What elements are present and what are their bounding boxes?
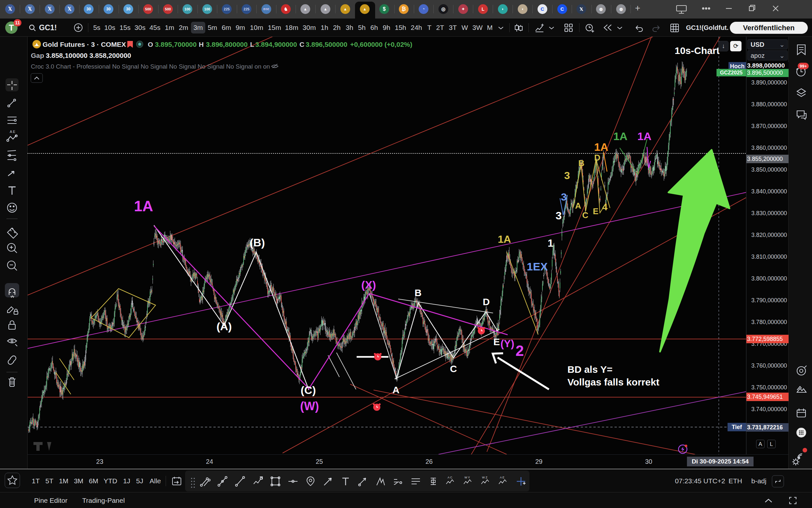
svg-text:A C: A C bbox=[447, 476, 452, 479]
svg-text:(A): (A) bbox=[216, 320, 232, 333]
svg-text:BD als Y=: BD als Y= bbox=[567, 364, 613, 375]
svg-text:A E: A E bbox=[10, 130, 15, 134]
svg-text:C: C bbox=[299, 41, 304, 48]
svg-text:1A: 1A bbox=[498, 234, 511, 245]
svg-text:3: 3 bbox=[564, 170, 570, 181]
svg-text:H: H bbox=[199, 41, 204, 48]
svg-text:Croc 3.0 Chart - Professional: Croc 3.0 Chart - Professional No Signal … bbox=[31, 63, 270, 70]
svg-text:3.896,500000: 3.896,500000 bbox=[306, 41, 347, 48]
svg-text:(W): (W) bbox=[300, 399, 319, 413]
svg-text:3.858,100000 3.858,200000: 3.858,100000 3.858,200000 bbox=[46, 52, 131, 59]
svg-text:A: A bbox=[392, 384, 399, 395]
svg-text:D: D bbox=[594, 153, 601, 163]
svg-text:O: O bbox=[148, 41, 153, 48]
svg-text:Gap: Gap bbox=[31, 52, 44, 59]
svg-text:4: 4 bbox=[602, 202, 608, 212]
svg-text:3.895,700000: 3.895,700000 bbox=[155, 41, 196, 48]
svg-text:C: C bbox=[582, 210, 588, 220]
svg-text:1EX: 1EX bbox=[527, 260, 548, 273]
svg-text:(C): (C) bbox=[300, 384, 316, 396]
svg-text:1A: 1A bbox=[134, 198, 153, 214]
svg-text:1A: 1A bbox=[637, 130, 651, 142]
svg-text:W Z: W Z bbox=[482, 476, 487, 479]
svg-text:A E: A E bbox=[500, 476, 505, 479]
svg-text:(B): (B) bbox=[249, 236, 265, 249]
svg-text:Vollgas falls korrekt: Vollgas falls korrekt bbox=[567, 377, 659, 387]
svg-text:+0,600000 (+0,02%): +0,600000 (+0,02%) bbox=[350, 41, 412, 48]
svg-text:C: C bbox=[450, 364, 457, 374]
svg-text:1A: 1A bbox=[594, 141, 608, 153]
svg-text:3.894,900000: 3.894,900000 bbox=[255, 41, 297, 48]
svg-text:E: E bbox=[493, 336, 500, 347]
svg-text:B: B bbox=[578, 158, 585, 168]
svg-text:(X): (X) bbox=[361, 279, 376, 291]
svg-text:1: 1 bbox=[547, 237, 554, 249]
svg-text:2: 2 bbox=[516, 342, 524, 359]
svg-text:W Y: W Y bbox=[465, 476, 470, 479]
svg-text:A: A bbox=[575, 201, 581, 211]
svg-text:E: E bbox=[593, 206, 598, 216]
svg-text:3: 3 bbox=[556, 209, 562, 222]
svg-text:1A: 1A bbox=[613, 130, 627, 142]
svg-text:3.896,800000: 3.896,800000 bbox=[206, 41, 247, 48]
svg-text:(Y): (Y) bbox=[500, 338, 515, 349]
svg-text:L: L bbox=[250, 41, 254, 48]
svg-text:D: D bbox=[483, 296, 490, 307]
svg-text:10s-Chart: 10s-Chart bbox=[675, 45, 719, 56]
svg-text:99+: 99+ bbox=[800, 64, 807, 69]
svg-text:B: B bbox=[415, 287, 422, 298]
svg-text:3: 3 bbox=[561, 191, 567, 203]
svg-text:Gold Futures · 3 · COMEX: Gold Futures · 3 · COMEX bbox=[43, 41, 126, 48]
